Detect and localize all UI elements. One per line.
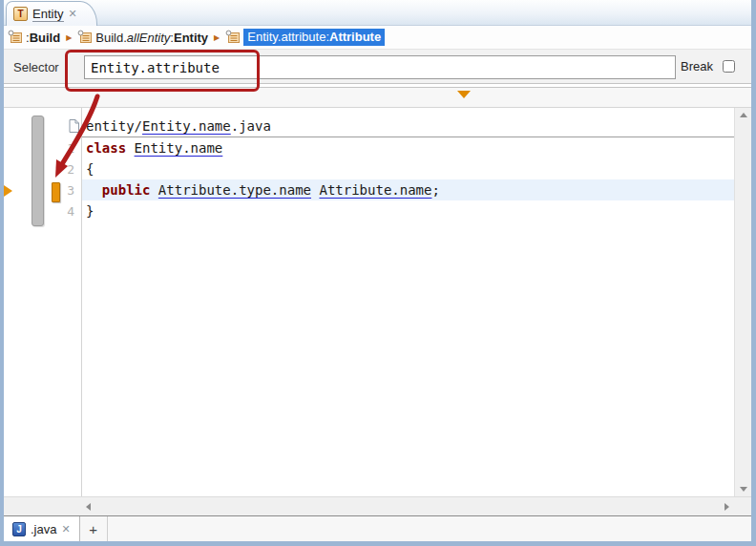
template-definition-icon bbox=[225, 30, 241, 45]
code-keyword: public bbox=[86, 182, 158, 198]
breadcrumb-text: Build.allEntity:Entity bbox=[95, 31, 208, 45]
line-numbers: 1 2 3 4 bbox=[4, 138, 74, 222]
sash-strip[interactable] bbox=[4, 88, 751, 107]
scroll-down-icon[interactable] bbox=[740, 487, 747, 492]
code-link[interactable]: Attribute.type.name bbox=[158, 182, 311, 198]
code-link[interactable]: Entity.name bbox=[135, 140, 223, 156]
breadcrumb-text: :Build bbox=[26, 31, 60, 45]
tab-java[interactable]: J .java ✕ bbox=[4, 516, 80, 541]
code-link[interactable]: Entity.name bbox=[142, 118, 231, 134]
code-link[interactable]: Attribute.name bbox=[319, 182, 431, 198]
selector-label: Selector bbox=[13, 60, 59, 74]
line-number: 4 bbox=[4, 201, 74, 222]
breadcrumb-item-build[interactable]: :Build bbox=[8, 30, 60, 45]
close-icon[interactable]: ✕ bbox=[69, 9, 77, 19]
code-line-4[interactable]: } bbox=[82, 200, 734, 221]
line-number: 3 bbox=[4, 180, 74, 201]
code-line-3-highlighted[interactable]: public Attribute.type.name Attribute.nam… bbox=[82, 179, 734, 200]
code-text: entity/ bbox=[86, 118, 142, 134]
scroll-up-icon[interactable] bbox=[740, 113, 747, 117]
line-number: 1 bbox=[4, 138, 74, 159]
sash-collapse-icon[interactable] bbox=[457, 91, 471, 98]
code-text: .java bbox=[231, 118, 271, 134]
scrollbar-corner bbox=[734, 497, 751, 515]
code-area[interactable]: entity/Entity.name.java class Entity.nam… bbox=[81, 108, 734, 496]
tab-java-label: .java bbox=[31, 522, 56, 536]
editor-window: T Entity ✕ :Build ▶ Buil bbox=[0, 0, 756, 546]
code-text: } bbox=[86, 203, 94, 219]
breadcrumb-selected-text: Entity.attribute:Attribute bbox=[243, 29, 385, 46]
line-number: 2 bbox=[4, 159, 74, 180]
bottom-tab-bar: J .java ✕ + bbox=[4, 515, 751, 541]
horizontal-scroll-track[interactable] bbox=[81, 497, 734, 515]
scrollbar-spacer bbox=[4, 497, 81, 515]
chevron-right-icon: ▶ bbox=[214, 33, 220, 42]
template-editor: 1 2 3 4 entity/Entity.name.java class En… bbox=[4, 107, 751, 515]
file-icon bbox=[69, 119, 79, 133]
break-checkbox[interactable] bbox=[723, 60, 735, 73]
edge-marker-icon bbox=[4, 185, 12, 197]
editor-tab-strip: T Entity ✕ bbox=[4, 0, 751, 26]
chevron-right-icon: ▶ bbox=[66, 33, 72, 42]
line-marker-orange[interactable] bbox=[52, 182, 60, 202]
vertical-scrollbar[interactable] bbox=[734, 108, 751, 496]
code-header-line[interactable]: entity/Entity.name.java bbox=[82, 116, 734, 137]
breadcrumb-item-allentity[interactable]: Build.allEntity:Entity bbox=[77, 30, 208, 45]
code-keyword: class bbox=[86, 140, 135, 156]
selector-bar: Selector Break bbox=[4, 50, 751, 84]
template-file-icon: T bbox=[13, 7, 28, 21]
code-line-2[interactable]: { bbox=[82, 158, 734, 179]
java-file-icon: J bbox=[12, 522, 26, 536]
code-text: ; bbox=[431, 182, 439, 198]
tab-entity[interactable]: T Entity ✕ bbox=[6, 1, 97, 26]
close-icon[interactable]: ✕ bbox=[61, 524, 70, 535]
scroll-left-icon[interactable] bbox=[86, 503, 91, 511]
code-text: { bbox=[86, 161, 94, 177]
editor-gutter: 1 2 3 4 bbox=[4, 108, 81, 496]
tab-entity-label: Entity bbox=[32, 7, 64, 22]
selector-input[interactable] bbox=[84, 55, 676, 79]
code-line-1[interactable]: class Entity.name bbox=[82, 137, 734, 158]
breadcrumb: :Build ▶ Build.allEntity:Entity ▶ Entity… bbox=[4, 26, 751, 50]
add-tab-button[interactable]: + bbox=[80, 516, 108, 541]
template-definition-icon bbox=[77, 30, 93, 45]
break-label: Break bbox=[681, 59, 713, 74]
horizontal-scrollbar[interactable] bbox=[4, 496, 751, 515]
template-definition-icon bbox=[8, 30, 23, 45]
breadcrumb-item-attribute[interactable]: Entity.attribute:Attribute bbox=[225, 29, 385, 46]
scroll-right-icon[interactable] bbox=[724, 503, 729, 511]
